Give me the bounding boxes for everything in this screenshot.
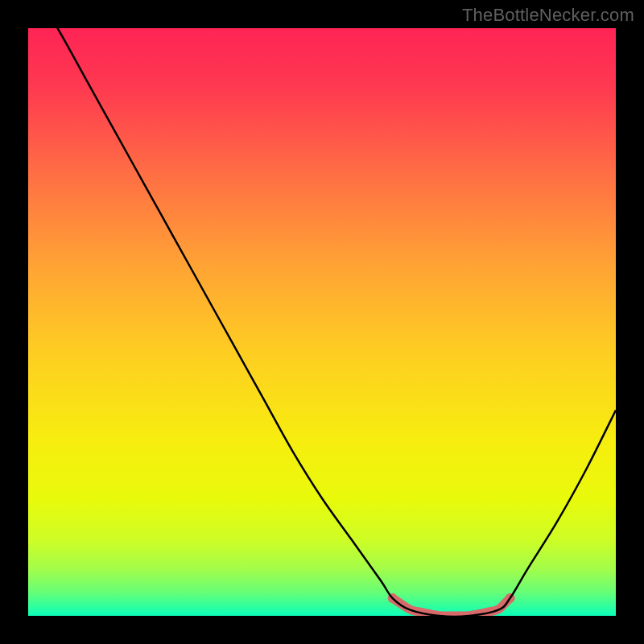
chart-frame: TheBottleNecker.com [0,0,644,644]
bottleneck-curve [28,28,616,616]
attribution-text: TheBottleNecker.com [462,5,634,26]
plot-area [28,28,616,616]
